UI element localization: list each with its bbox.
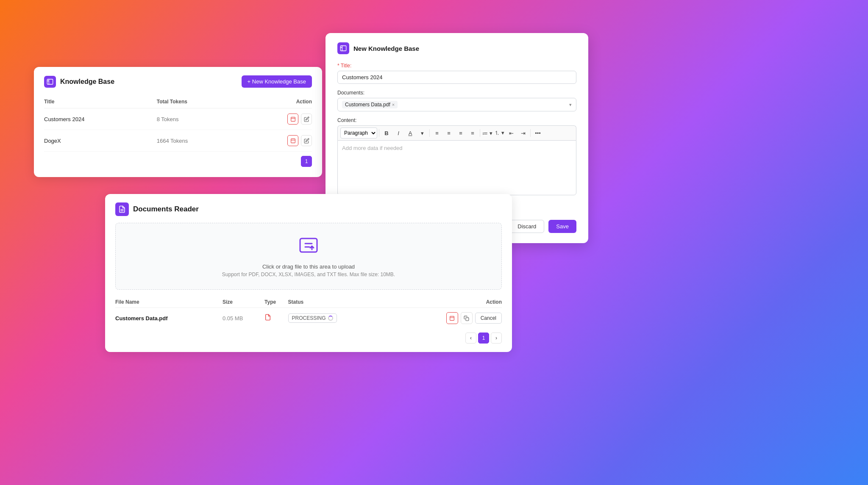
toolbar-divider-3 [480, 129, 480, 137]
kb-pagination: 1 [44, 156, 312, 167]
indent-button[interactable]: ⇥ [517, 127, 529, 139]
upload-icon [298, 235, 319, 259]
outdent-button[interactable]: ⇤ [506, 127, 517, 139]
file-col-type: Type [264, 297, 288, 308]
toolbar-divider-4 [530, 129, 531, 137]
file-type-icon [264, 315, 271, 322]
knowledge-base-panel: Knowledge Base + New Knowledge Base Titl… [34, 67, 322, 177]
svg-rect-7 [340, 46, 346, 51]
files-table: File Name Size Type Status Action Custom… [115, 297, 502, 328]
kb-col-title: Title [44, 95, 157, 108]
docs-next-page[interactable]: › [491, 333, 502, 344]
kb-table-row: Customers 2024 8 Tokens [44, 108, 312, 130]
title-group: * Title: [337, 63, 576, 84]
docs-page-1[interactable]: 1 [478, 333, 489, 344]
italic-button[interactable]: I [393, 127, 404, 139]
modal-icon [337, 42, 349, 54]
upload-main-text: Click or drag file to this area to uploa… [262, 263, 355, 270]
modal-header: New Knowledge Base [337, 42, 576, 54]
editor-toolbar: Paragraph Heading 1 Heading 2 B I A ▾ ≡ … [337, 125, 576, 140]
kb-table-row: DogeX 1664 Tokens [44, 130, 312, 152]
content-group: Content: Paragraph Heading 1 Heading 2 B… [337, 117, 576, 195]
file-row-type [264, 308, 288, 329]
kb-panel-header: Knowledge Base + New Knowledge Base [44, 75, 312, 88]
kb-edit-btn[interactable] [301, 135, 312, 146]
discard-button[interactable]: Discard [509, 220, 544, 233]
file-col-action: Action [388, 297, 502, 308]
documents-reader-panel: Documents Reader Click or drag file to t… [105, 194, 512, 352]
file-row-status: PROCESSING [288, 308, 388, 329]
align-center-button[interactable]: ≡ [443, 127, 454, 139]
title-label: * Title: [337, 63, 576, 69]
docs-pagination: ‹ 1 › [115, 333, 502, 344]
new-kb-button[interactable]: + New Knowledge Base [242, 75, 312, 88]
toolbar-divider-2 [429, 129, 430, 137]
save-button[interactable]: Save [548, 220, 576, 233]
docs-icon [115, 202, 129, 216]
kb-view-btn[interactable] [287, 135, 298, 146]
kb-row-tokens: 1664 Tokens [157, 130, 244, 152]
align-right-button[interactable]: ≡ [455, 127, 466, 139]
documents-label: Documents: [337, 90, 576, 96]
file-cancel-btn[interactable]: Cancel [475, 313, 502, 324]
docs-prev-page[interactable]: ‹ [465, 333, 476, 344]
upload-area[interactable]: Click or drag file to this area to uploa… [115, 223, 502, 290]
kb-col-tokens: Total Tokens [157, 95, 244, 108]
modal-title: New Knowledge Base [353, 45, 419, 52]
kb-panel-title: Knowledge Base [60, 78, 114, 86]
underline-button[interactable]: A [405, 127, 416, 139]
title-input[interactable] [337, 71, 576, 84]
kb-row-title: Customers 2024 [44, 108, 157, 130]
svg-rect-0 [47, 79, 53, 84]
svg-rect-3 [291, 117, 295, 121]
bullet-list-button[interactable]: ≔ ▾ [482, 127, 493, 139]
kb-row-title: DogeX [44, 130, 157, 152]
processing-spinner [328, 316, 333, 321]
toolbar-divider-1 [379, 129, 379, 137]
kb-page-1[interactable]: 1 [301, 156, 312, 167]
svg-rect-12 [300, 238, 317, 252]
content-label: Content: [337, 117, 576, 123]
content-area[interactable]: Add more data if needed [337, 140, 576, 195]
kb-row-tokens: 8 Tokens [157, 108, 244, 130]
upload-sub-text: Support for PDF, DOCX, XLSX, IMAGES, and… [222, 272, 395, 277]
documents-group: Documents: Customers Data.pdf × ▾ [337, 90, 576, 111]
paragraph-select[interactable]: Paragraph Heading 1 Heading 2 [340, 127, 377, 139]
file-row-actions: Cancel [388, 308, 502, 329]
text-color-button[interactable]: ▾ [417, 127, 428, 139]
docs-panel-title: Documents Reader [133, 205, 199, 213]
svg-rect-15 [466, 317, 469, 320]
svg-rect-5 [291, 139, 295, 143]
kb-col-action: Action [243, 95, 312, 108]
align-left-button[interactable]: ≡ [431, 127, 442, 139]
align-justify-button[interactable]: ≡ [467, 127, 478, 139]
file-row-size: 0.05 MB [223, 308, 264, 329]
status-badge: PROCESSING [288, 313, 337, 323]
kb-row-actions [243, 130, 312, 152]
kb-row-actions [243, 108, 312, 130]
numbered-list-button[interactable]: ⒈ ▾ [494, 127, 505, 139]
doc-tag-close[interactable]: × [392, 103, 395, 107]
file-view-btn[interactable] [446, 312, 458, 324]
file-copy-btn[interactable] [461, 312, 473, 324]
bold-button[interactable]: B [381, 127, 392, 139]
document-tag: Customers Data.pdf × [342, 101, 398, 108]
file-col-name: File Name [115, 297, 223, 308]
kb-table: Title Total Tokens Action Customers 2024… [44, 95, 312, 152]
file-col-size: Size [223, 297, 264, 308]
file-table-row: Customers Data.pdf 0.05 MB PROCESSING [115, 308, 502, 329]
kb-view-btn[interactable] [287, 114, 298, 125]
file-col-status: Status [288, 297, 388, 308]
docs-header: Documents Reader [115, 202, 502, 216]
kb-edit-btn[interactable] [301, 114, 312, 125]
kb-icon [44, 76, 56, 88]
doc-dropdown-arrow: ▾ [569, 102, 572, 108]
documents-field[interactable]: Customers Data.pdf × ▾ [337, 98, 576, 111]
more-button[interactable]: ••• [532, 127, 543, 139]
file-row-name: Customers Data.pdf [115, 308, 223, 329]
svg-rect-13 [450, 316, 454, 320]
